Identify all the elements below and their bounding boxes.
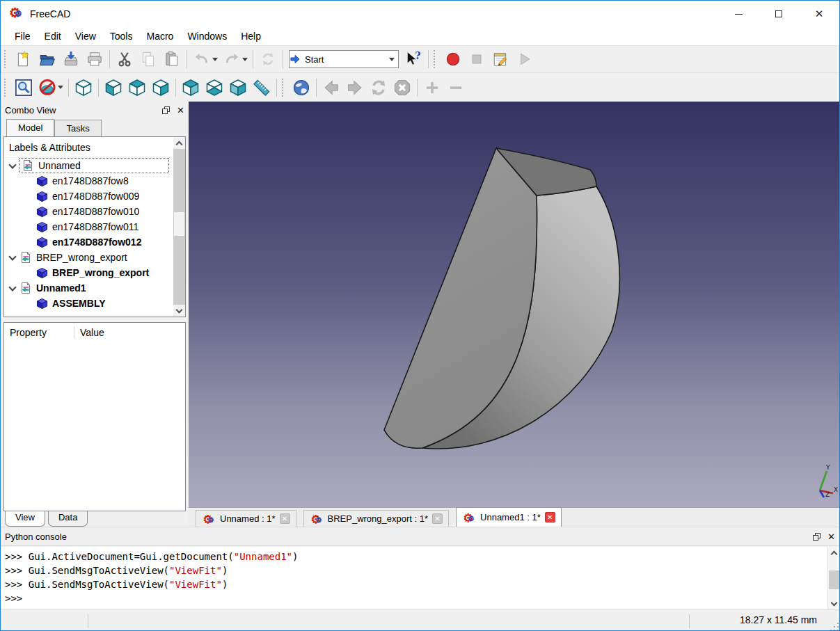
scrollbar-thumb[interactable]	[174, 212, 184, 236]
save-document-button[interactable]	[59, 48, 83, 70]
tree-item-part[interactable]: ASSEMBLY	[4, 296, 185, 311]
draw-style-dropdown-caret[interactable]	[58, 86, 63, 89]
float-panel-icon[interactable]	[162, 106, 170, 114]
tab-model[interactable]: Model	[6, 119, 54, 136]
document-tab-unnamed[interactable]: ⚙⚙ Unnamed : 1* ✕	[196, 510, 296, 527]
close-panel-icon[interactable]: ✕	[177, 106, 184, 115]
tree-item-part[interactable]: en1748D887fow010	[4, 204, 185, 219]
fit-all-button[interactable]	[12, 77, 35, 99]
toolbar-handle[interactable]	[434, 50, 438, 68]
toolbar-handle[interactable]	[4, 50, 8, 68]
scroll-up-icon[interactable]	[173, 137, 185, 149]
front-view-button[interactable]	[102, 77, 125, 99]
selected-item-outline[interactable]: Unnamed	[19, 158, 169, 173]
web-browser-button[interactable]	[290, 77, 313, 99]
toolbar-separator	[68, 79, 69, 97]
tab-view[interactable]: View	[5, 511, 45, 527]
view-toolbar	[1, 72, 839, 102]
chevron-down-icon[interactable]	[8, 253, 16, 260]
workbench-dropdown-caret[interactable]	[386, 51, 398, 67]
new-document-button[interactable]	[12, 48, 35, 70]
menu-view[interactable]: View	[68, 29, 103, 44]
combo-view-panel: Combo View ✕ Model Tasks Labels & Attrib…	[1, 102, 189, 527]
undo-dropdown-caret[interactable]	[212, 58, 218, 61]
scroll-down-icon[interactable]	[173, 305, 185, 317]
redo-dropdown-caret[interactable]	[242, 58, 248, 61]
3d-viewport[interactable]: Y X Z	[189, 102, 840, 507]
axonometric-view-button[interactable]	[72, 77, 95, 99]
stop-macro-button[interactable]	[465, 48, 489, 70]
title-bar[interactable]: ⚙⚙ FreeCAD ✕	[1, 1, 839, 27]
tree-item-part[interactable]: BREP_wrong_export	[4, 265, 185, 280]
close-icon[interactable]: ✕	[432, 513, 443, 524]
tree-item-unnamed[interactable]: Unnamed	[4, 158, 185, 173]
print-button[interactable]	[83, 48, 106, 70]
half-sphere-solid[interactable]	[189, 102, 840, 507]
zoom-out-button[interactable]	[444, 77, 468, 99]
menu-file[interactable]: File	[8, 29, 38, 44]
python-console[interactable]: >>> Gui.ActiveDocument=Gui.getDocument("…	[1, 547, 839, 609]
paste-button[interactable]	[160, 48, 184, 70]
tree-item-document[interactable]: BREP_wrong_export	[4, 250, 185, 265]
rear-view-button[interactable]	[179, 77, 203, 99]
redo-button[interactable]	[220, 48, 244, 70]
whats-this-button[interactable]: ?	[402, 48, 425, 70]
menu-help[interactable]: Help	[234, 29, 268, 44]
document-icon	[19, 251, 32, 264]
close-icon[interactable]: ✕	[545, 512, 555, 522]
float-panel-icon[interactable]	[813, 533, 821, 541]
undo-button[interactable]	[190, 48, 214, 70]
toolbar-handle[interactable]	[4, 79, 8, 97]
refresh-page-button[interactable]	[367, 77, 390, 99]
play-macro-button[interactable]	[512, 48, 536, 70]
menu-edit[interactable]: Edit	[38, 29, 68, 44]
document-tab-brep[interactable]: ⚙⚙ BREP_wrong_export : 1* ✕	[303, 510, 450, 527]
scroll-up-icon[interactable]	[828, 547, 840, 558]
toolbar-handle[interactable]	[282, 79, 286, 97]
right-view-button[interactable]	[149, 77, 173, 99]
copy-button[interactable]	[136, 48, 160, 70]
stop-loading-button[interactable]	[390, 77, 414, 99]
workbench-selector[interactable]: Start	[289, 50, 399, 68]
tree-scrollbar[interactable]	[173, 137, 185, 317]
scroll-down-icon[interactable]	[828, 598, 840, 609]
tree-item-part[interactable]: en1748D887fow8	[4, 173, 185, 189]
menu-macro[interactable]: Macro	[139, 29, 180, 44]
toolbar-separator	[283, 50, 283, 68]
tab-tasks[interactable]: Tasks	[54, 120, 101, 136]
tree-item-part[interactable]: en1748D887fow011	[4, 219, 185, 234]
edit-macro-button[interactable]	[489, 48, 512, 70]
console-scrollbar[interactable]	[827, 547, 839, 609]
open-document-button[interactable]	[35, 48, 59, 70]
tab-data[interactable]: Data	[48, 511, 88, 527]
zoom-in-button[interactable]	[420, 77, 444, 99]
back-button[interactable]	[319, 77, 343, 99]
document-tab-unnamed1[interactable]: ⚙⚙ Unnamed1 : 1* ✕	[456, 507, 562, 527]
left-view-button[interactable]	[226, 77, 250, 99]
top-view-button[interactable]	[125, 77, 149, 99]
cut-button[interactable]	[113, 48, 136, 70]
tree-item-part[interactable]: en1748D887fow012	[4, 234, 185, 250]
menu-tools[interactable]: Tools	[103, 29, 140, 44]
scrollbar-thumb[interactable]	[829, 570, 839, 589]
refresh-button[interactable]	[256, 48, 280, 70]
resize-grip[interactable]	[834, 626, 835, 628]
minimize-button[interactable]	[718, 1, 759, 27]
close-button[interactable]: ✕	[799, 1, 839, 27]
menu-windows[interactable]: Windows	[180, 29, 234, 44]
maximize-button[interactable]	[759, 1, 799, 27]
chevron-down-icon[interactable]	[8, 283, 16, 291]
close-icon[interactable]: ✕	[280, 513, 290, 524]
chevron-down-icon[interactable]	[8, 161, 16, 168]
forward-button[interactable]	[343, 77, 367, 99]
combo-view-tabs: Model Tasks	[1, 118, 189, 136]
measure-distance-button[interactable]	[250, 77, 274, 99]
bottom-view-button[interactable]	[203, 77, 226, 99]
close-panel-icon[interactable]: ✕	[827, 532, 835, 541]
record-macro-button[interactable]	[441, 48, 465, 70]
draw-style-button[interactable]	[35, 77, 59, 99]
tree-item-document[interactable]: Unnamed1	[4, 280, 185, 296]
console-prompt[interactable]: >>>	[5, 591, 839, 605]
tree-item-part[interactable]: en1748D887fow009	[4, 189, 185, 204]
toolbar-separator	[417, 79, 418, 97]
